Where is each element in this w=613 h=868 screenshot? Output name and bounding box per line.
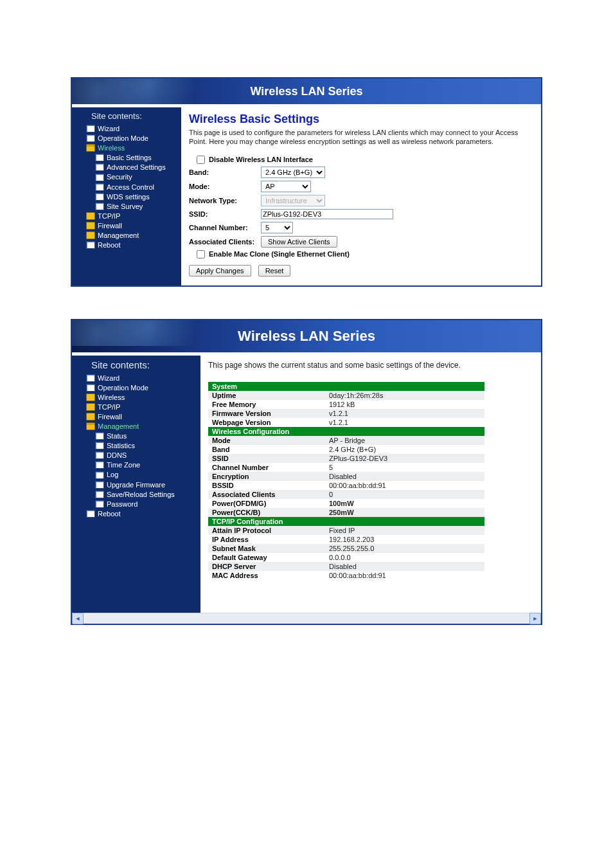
status-row: Band2.4 GHz (B+G) bbox=[208, 445, 484, 454]
tree-item[interactable]: Advanced Settings bbox=[72, 162, 181, 172]
page-description: This page shows the current status and s… bbox=[208, 361, 533, 370]
scroll-right-arrow-icon[interactable]: ► bbox=[529, 613, 541, 624]
band-select[interactable]: 2.4 GHz (B+G) bbox=[261, 167, 325, 178]
status-key: Uptime bbox=[208, 391, 325, 400]
status-value: 1912 kB bbox=[325, 400, 484, 409]
channel-select[interactable]: 5 bbox=[261, 222, 293, 233]
status-table: SystemUptime0day:1h:26m:28sFree Memory19… bbox=[208, 382, 484, 580]
tree-item[interactable]: Wizard bbox=[72, 123, 181, 133]
tree-item-label: Wireless bbox=[98, 144, 125, 152]
tree-item-label: Wireless bbox=[98, 393, 125, 401]
section-header: Wireless Configuration bbox=[208, 427, 484, 436]
disable-wlan-checkbox[interactable] bbox=[197, 156, 205, 164]
folder-icon bbox=[86, 403, 95, 411]
screenshot-basic-settings: Wireless LAN Series Site contents: Wizar… bbox=[71, 77, 542, 287]
status-key: Associated Clients bbox=[208, 490, 325, 499]
mac-clone-checkbox[interactable] bbox=[197, 250, 205, 258]
tree-item[interactable]: Reboot bbox=[72, 509, 200, 518]
show-active-clients-button[interactable]: Show Active Clients bbox=[261, 236, 337, 248]
tree-item[interactable]: Wizard bbox=[72, 373, 200, 383]
status-row: Power(CCK/B)250mW bbox=[208, 508, 484, 517]
status-row: Channel Number5 bbox=[208, 463, 484, 472]
status-key: Mode bbox=[208, 436, 325, 445]
page-icon bbox=[95, 193, 104, 201]
page-icon bbox=[86, 384, 95, 392]
tree-item[interactable]: Access Control bbox=[72, 182, 181, 192]
status-key: Power(CCK/B) bbox=[208, 508, 325, 517]
page-icon bbox=[95, 183, 104, 191]
tree-item[interactable]: Status bbox=[72, 431, 200, 440]
status-value: Disabled bbox=[325, 472, 484, 481]
tree-item[interactable]: Operation Mode bbox=[72, 133, 181, 143]
tree-item[interactable]: Wireless bbox=[72, 392, 200, 402]
tree-item-label: Basic Settings bbox=[107, 154, 152, 161]
status-value: 0 bbox=[325, 490, 484, 499]
folder-icon bbox=[86, 231, 95, 239]
tree-item-label: Operation Mode bbox=[98, 134, 148, 142]
mode-select[interactable]: AP bbox=[261, 181, 311, 192]
horizontal-scrollbar[interactable]: ◄ ► bbox=[72, 613, 541, 624]
status-value: AP - Bridge bbox=[325, 436, 484, 445]
status-row: IP Address192.168.2.203 bbox=[208, 535, 484, 544]
sidebar-title: Site contents: bbox=[72, 110, 181, 123]
apply-changes-button[interactable]: Apply Changes bbox=[189, 265, 251, 276]
page-icon bbox=[95, 500, 104, 508]
tree-item-label: Status bbox=[107, 432, 127, 440]
status-key: Attain IP Protocol bbox=[208, 526, 325, 535]
tree-item[interactable]: Firewall bbox=[72, 411, 200, 421]
tree-item-label: Firewall bbox=[98, 413, 122, 420]
tree-item[interactable]: WDS settings bbox=[72, 192, 181, 201]
page-icon bbox=[95, 461, 104, 469]
status-value: 00:00:aa:bb:dd:91 bbox=[325, 571, 484, 580]
status-value: 250mW bbox=[325, 508, 484, 517]
reset-button[interactable]: Reset bbox=[258, 265, 291, 276]
tree-item[interactable]: Reboot bbox=[72, 240, 181, 249]
tree-item[interactable]: Basic Settings bbox=[72, 152, 181, 162]
tree-item[interactable]: Statistics bbox=[72, 440, 200, 450]
tree-item[interactable]: Operation Mode bbox=[72, 383, 200, 392]
page-icon bbox=[95, 471, 104, 479]
tree-item[interactable]: Time Zone bbox=[72, 460, 200, 469]
tree-item-label: WDS settings bbox=[107, 193, 150, 201]
status-value: Disabled bbox=[325, 562, 484, 571]
associated-clients-label: Associated Clients: bbox=[189, 238, 261, 246]
band-label: Band: bbox=[189, 168, 261, 176]
status-key: SSID bbox=[208, 454, 325, 463]
status-row: Subnet Mask255.255.255.0 bbox=[208, 544, 484, 553]
ssid-input[interactable] bbox=[261, 209, 393, 219]
tree-item[interactable]: Management bbox=[72, 230, 181, 240]
status-row: SSIDZPlus-G192-DEV3 bbox=[208, 454, 484, 463]
tree-item[interactable]: Wireless bbox=[72, 143, 181, 152]
status-value: v1.2.1 bbox=[325, 409, 484, 418]
tree-item[interactable]: Site Survey bbox=[72, 201, 181, 211]
status-value: 2.4 GHz (B+G) bbox=[325, 445, 484, 454]
ssid-label: SSID: bbox=[189, 210, 261, 218]
network-type-select: Infrastructure bbox=[261, 195, 325, 206]
tree-item-label: Reboot bbox=[98, 510, 120, 518]
tree-item-label: Management bbox=[98, 422, 139, 430]
tree-item[interactable]: TCP/IP bbox=[72, 211, 181, 221]
tree-item[interactable]: DDNS bbox=[72, 450, 200, 460]
section-header: TCP/IP Configuration bbox=[208, 517, 484, 526]
tree-item[interactable]: Firewall bbox=[72, 221, 181, 230]
status-row: Attain IP ProtocolFixed IP bbox=[208, 526, 484, 535]
tree-item[interactable]: Security bbox=[72, 172, 181, 181]
tree-item[interactable]: Save/Reload Settings bbox=[72, 489, 200, 499]
tree-item[interactable]: Log bbox=[72, 469, 200, 479]
page-title: Wireless Basic Settings bbox=[189, 113, 533, 126]
tree-item[interactable]: Upgrade Firmware bbox=[72, 480, 200, 489]
status-row: Webpage Versionv1.2.1 bbox=[208, 418, 484, 427]
content-pane: This page shows the current status and s… bbox=[200, 356, 541, 613]
page-icon bbox=[95, 154, 104, 161]
status-row: EncryptionDisabled bbox=[208, 472, 484, 481]
page-icon bbox=[95, 203, 104, 210]
tree-item-label: Save/Reload Settings bbox=[107, 491, 175, 498]
header-banner: Wireless LAN Series bbox=[72, 320, 541, 352]
status-value: 5 bbox=[325, 463, 484, 472]
tree-item[interactable]: TCP/IP bbox=[72, 402, 200, 411]
tree-item-label: Reboot bbox=[98, 241, 120, 249]
scroll-track[interactable] bbox=[84, 614, 529, 623]
scroll-left-arrow-icon[interactable]: ◄ bbox=[72, 613, 84, 624]
tree-item[interactable]: Password bbox=[72, 499, 200, 509]
tree-item[interactable]: Management bbox=[72, 421, 200, 431]
